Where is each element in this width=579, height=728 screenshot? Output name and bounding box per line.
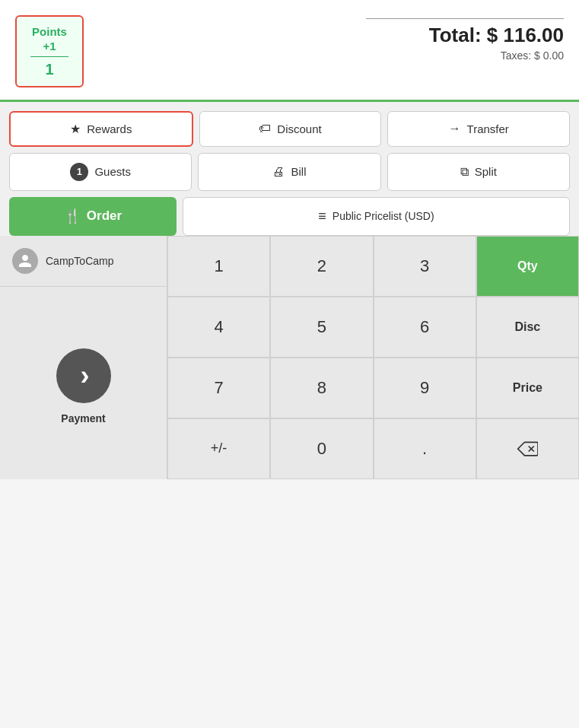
transfer-button[interactable]: → Transfer (387, 111, 570, 147)
list-icon: ≡ (318, 208, 326, 224)
customer-name: CampToCamp (46, 255, 113, 267)
transfer-label: Transfer (467, 122, 509, 135)
numpad-key-price[interactable]: Price (476, 358, 579, 418)
action-row-1: ★ Rewards 🏷 Discount → Transfer (9, 111, 570, 147)
rewards-button[interactable]: ★ Rewards (9, 111, 193, 147)
numpad-key-3[interactable]: 3 (374, 236, 476, 297)
numpad-key-dot[interactable]: . (374, 418, 476, 479)
discount-label: Discount (277, 122, 321, 135)
pricelist-button[interactable]: ≡ Public Pricelist (USD) (183, 197, 570, 236)
rewards-label: Rewards (87, 122, 132, 135)
numpad-key-qty[interactable]: Qty (476, 236, 579, 297)
numpad-key-backspace[interactable] (476, 418, 579, 479)
points-card[interactable]: Points +1 1 (15, 15, 84, 87)
numpad-key-0[interactable]: 0 (270, 418, 373, 479)
split-icon: ⧉ (460, 165, 469, 179)
chevron-right-icon: › (81, 362, 90, 389)
numpad-key-8[interactable]: 8 (270, 358, 373, 418)
pricelist-label: Public Pricelist (USD) (332, 210, 434, 222)
order-label: Order (87, 208, 122, 224)
points-title: Points (30, 24, 68, 40)
numpad-key-disc[interactable]: Disc (476, 297, 579, 358)
star-icon: ★ (70, 122, 81, 136)
bill-button[interactable]: 🖨 Bill (198, 153, 380, 191)
numpad-key-9[interactable]: 9 (374, 358, 476, 418)
numpad-key-6[interactable]: 6 (374, 297, 476, 358)
taxes-amount: Taxes: $ 0.00 (366, 49, 564, 62)
action-row-3: 🍴 Order ≡ Public Pricelist (USD) (9, 197, 570, 236)
top-section: Points +1 1 Total: $ 116.00 Taxes: $ 0.0… (0, 0, 579, 102)
split-label: Split (475, 165, 497, 178)
numpad-section: CampToCamp › Payment 1 2 3 Qty 4 5 6 Dis… (0, 236, 579, 479)
numpad-key-1[interactable]: 1 (167, 236, 270, 297)
numpad-grid: 1 2 3 Qty 4 5 6 Disc 7 8 9 Price +/- 0 . (167, 236, 579, 479)
bill-label: Bill (291, 165, 306, 178)
user-icon (17, 253, 33, 269)
customer-payment-area: CampToCamp › Payment (0, 236, 167, 479)
guests-label: Guests (94, 165, 131, 178)
guests-count-badge: 1 (70, 163, 88, 181)
total-amount: Total: $ 116.00 (366, 24, 564, 47)
order-button[interactable]: 🍴 Order (9, 197, 177, 236)
points-divider (30, 56, 68, 57)
split-button[interactable]: ⧉ Split (387, 153, 570, 191)
payment-button[interactable]: › (56, 348, 111, 403)
payment-area: › Payment (0, 287, 167, 479)
action-section: ★ Rewards 🏷 Discount → Transfer 1 Guests… (0, 102, 579, 236)
customer-icon (12, 248, 38, 274)
points-increment: +1 (30, 40, 68, 52)
tag-icon: 🏷 (259, 122, 271, 135)
backspace-icon (517, 440, 538, 457)
print-icon: 🖨 (272, 165, 285, 179)
discount-button[interactable]: 🏷 Discount (199, 111, 382, 147)
numpad-key-2[interactable]: 2 (270, 236, 373, 297)
numpad-key-5[interactable]: 5 (270, 297, 373, 358)
guests-button[interactable]: 1 Guests (9, 153, 192, 191)
numpad-key-4[interactable]: 4 (167, 297, 270, 358)
numpad-key-7[interactable]: 7 (167, 358, 270, 418)
payment-label: Payment (61, 412, 105, 424)
customer-row[interactable]: CampToCamp (0, 236, 167, 287)
cutlery-icon: 🍴 (64, 208, 81, 224)
points-value: 1 (30, 61, 68, 78)
arrow-icon: → (449, 122, 461, 135)
action-row-2: 1 Guests 🖨 Bill ⧉ Split (9, 153, 570, 191)
total-section: Total: $ 116.00 Taxes: $ 0.00 (366, 15, 564, 62)
numpad-key-plusminus[interactable]: +/- (167, 418, 270, 479)
total-divider (366, 18, 564, 19)
